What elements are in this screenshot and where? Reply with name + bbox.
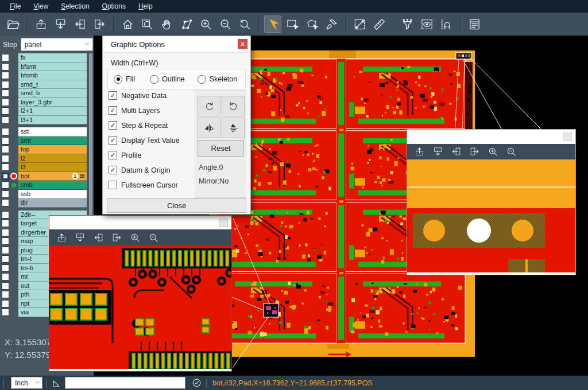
open-folder-button[interactable] — [4, 15, 21, 33]
mirror-h-button[interactable] — [198, 118, 220, 138]
layer-visibility-checkbox[interactable] — [2, 72, 9, 79]
move-up-button[interactable] — [414, 146, 425, 157]
clean-brush-button[interactable] — [323, 15, 340, 33]
layer-row-dir[interactable]: dir — [0, 198, 94, 208]
magnifier-popup-left[interactable] — [49, 215, 232, 372]
move-left-button[interactable] — [451, 146, 462, 157]
layer-visibility-checkbox[interactable] — [2, 173, 9, 180]
layer-row-ssb[interactable]: ssb — [0, 190, 94, 199]
layer-row-bot[interactable]: bot1⊞ — [0, 172, 94, 181]
zoom-out-button[interactable] — [506, 146, 517, 157]
popup-button[interactable] — [219, 219, 228, 227]
move-down-button[interactable] — [432, 146, 443, 157]
layer-visibility-checkbox[interactable] — [2, 300, 9, 307]
layer-row-smd_b[interactable]: smd_b — [0, 89, 94, 98]
layer-visibility-checkbox[interactable] — [2, 229, 9, 236]
layer-row-fx[interactable]: fx — [0, 53, 94, 63]
snap-magnet-button[interactable] — [438, 15, 455, 33]
move-right-button[interactable] — [469, 146, 480, 157]
layer-visibility-checkbox[interactable] — [2, 99, 9, 106]
move-up-button[interactable] — [56, 232, 67, 243]
move-left-button[interactable] — [93, 232, 104, 243]
layer-row-bfsmb[interactable]: bfsmb — [0, 71, 94, 80]
layer-visibility-checkbox[interactable] — [2, 163, 9, 171]
unit-dropdown[interactable]: Inch — [11, 377, 42, 389]
layer-visibility-checkbox[interactable] — [2, 291, 9, 298]
layer-row-top[interactable]: top — [0, 145, 94, 154]
popup-titlebar[interactable] — [49, 216, 231, 229]
layer-row-smt[interactable]: smt — [0, 136, 94, 146]
layer-label[interactable]: ssb — [18, 190, 87, 199]
pan-hand-button[interactable] — [158, 15, 175, 33]
dialog-close-button[interactable]: x — [238, 39, 247, 49]
layer-row-l2[interactable]: l2 — [0, 154, 94, 163]
layer-visibility-checkbox[interactable] — [2, 155, 9, 162]
layer-label[interactable]: layer_3.gbr — [18, 98, 87, 107]
layer-row-bfsmt[interactable]: bfsmt — [0, 63, 94, 72]
reset-button[interactable]: Reset — [198, 140, 244, 157]
move-left-button[interactable] — [71, 15, 88, 33]
layer-label[interactable]: l3+1 — [18, 116, 87, 125]
layer-label[interactable]: smb — [18, 181, 87, 190]
menu-selection[interactable]: Selection — [55, 1, 95, 12]
layer-visibility-checkbox[interactable] — [2, 181, 9, 189]
layer-label[interactable]: l2 — [18, 154, 87, 163]
checkbox-negative-data[interactable]: ✓Negative Data — [109, 91, 167, 100]
magnified-pcb-right[interactable] — [407, 159, 575, 275]
layer-row-smd_t[interactable]: smd_t — [0, 80, 94, 89]
layer-visibility-checkbox[interactable] — [2, 309, 9, 316]
rect-select-button[interactable] — [284, 15, 301, 33]
zoom-in-button[interactable] — [488, 146, 498, 157]
select-arrow-button[interactable] — [264, 15, 281, 33]
layer-visibility-checkbox[interactable] — [2, 220, 9, 227]
move-down-button[interactable] — [75, 232, 86, 243]
radio-skeleton[interactable]: Skeleton — [198, 75, 238, 84]
zoom-previous-button[interactable] — [236, 15, 253, 33]
rotate-ccw-button[interactable] — [222, 96, 245, 116]
layer-label[interactable]: bfsmt — [18, 63, 87, 72]
checkbox-profile[interactable]: ✓Profile — [109, 151, 141, 159]
layer-visibility-checkbox[interactable] — [2, 282, 9, 290]
move-right-button[interactable] — [111, 232, 122, 243]
layer-label[interactable]: smd_b — [18, 89, 87, 98]
menu-view[interactable]: View — [27, 1, 55, 12]
layer-visibility-checkbox[interactable] — [2, 116, 9, 124]
vertex-polygon-button[interactable] — [177, 15, 195, 33]
refresh-circle-icon[interactable] — [190, 377, 203, 388]
layer-visibility-checkbox[interactable] — [2, 63, 9, 71]
zoom-in-button[interactable] — [130, 232, 141, 243]
layer-label[interactable]: bfsmb — [18, 71, 87, 80]
layer-row-sst[interactable]: sst — [0, 127, 94, 136]
layer-visibility-checkbox[interactable] — [2, 190, 9, 198]
rotate-cw-button[interactable] — [198, 96, 220, 116]
zoom-out-button[interactable] — [148, 232, 159, 243]
layer-row-l3[interactable]: l3 — [0, 163, 94, 172]
layer-row-smb[interactable]: smb — [0, 181, 94, 190]
layer-visibility-checkbox[interactable] — [2, 211, 9, 219]
zoom-area-button[interactable] — [138, 15, 156, 33]
checkbox-step-repeat[interactable]: ✓Step & Repeat — [109, 121, 168, 130]
layer-label[interactable]: l2+1 — [18, 107, 87, 116]
log-panel-button[interactable] — [466, 15, 483, 33]
checkbox-datum-origin[interactable]: ✓Datum & Origin — [109, 166, 170, 174]
layer-visibility-checkbox[interactable] — [2, 128, 9, 135]
radio-fill[interactable]: Fill — [114, 75, 135, 84]
layer-label[interactable]: top — [18, 145, 87, 154]
layer-label[interactable]: sst — [18, 127, 87, 136]
magnifier-popup-right[interactable] — [407, 129, 576, 275]
zoom-in-button[interactable] — [197, 15, 214, 33]
mirror-v-button[interactable] — [222, 118, 245, 138]
radio-outline[interactable]: Outline — [150, 75, 185, 84]
layer-visibility-checkbox[interactable] — [2, 264, 9, 272]
menu-file[interactable]: File — [3, 1, 27, 12]
layer-visibility-checkbox[interactable] — [2, 54, 9, 61]
measure-line-button[interactable] — [351, 15, 368, 33]
layer-row-l3+1[interactable]: l3+1 — [0, 116, 94, 125]
layer-visibility-checkbox[interactable] — [2, 199, 9, 206]
layer-visibility-checkbox[interactable] — [2, 146, 9, 153]
zoom-out-button[interactable] — [216, 15, 234, 33]
menu-help[interactable]: Help — [132, 1, 159, 12]
poly-select-button[interactable] — [303, 15, 320, 33]
layer-visibility-checkbox[interactable] — [2, 89, 9, 97]
popup-titlebar[interactable] — [407, 130, 575, 144]
